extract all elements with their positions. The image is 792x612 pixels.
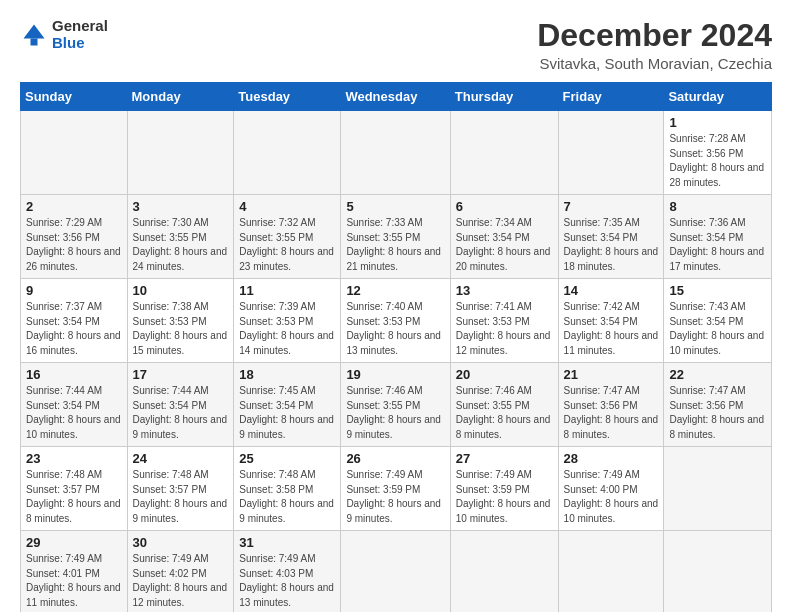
day-number: 25 [239,451,335,466]
day-number: 11 [239,283,335,298]
calendar-day-cell: 29Sunrise: 7:49 AMSunset: 4:01 PMDayligh… [21,531,128,612]
calendar-day-header: Thursday [450,83,558,111]
calendar-day-cell: 24Sunrise: 7:48 AMSunset: 3:57 PMDayligh… [127,447,234,531]
calendar-day-cell: 20Sunrise: 7:46 AMSunset: 3:55 PMDayligh… [450,363,558,447]
calendar-day-cell: 25Sunrise: 7:48 AMSunset: 3:58 PMDayligh… [234,447,341,531]
calendar-day-cell [664,531,772,612]
day-info: Sunrise: 7:33 AMSunset: 3:55 PMDaylight:… [346,216,444,274]
day-info: Sunrise: 7:47 AMSunset: 3:56 PMDaylight:… [564,384,659,442]
day-info: Sunrise: 7:49 AMSunset: 4:00 PMDaylight:… [564,468,659,526]
calendar-week-row: 23Sunrise: 7:48 AMSunset: 3:57 PMDayligh… [21,447,772,531]
day-info: Sunrise: 7:35 AMSunset: 3:54 PMDaylight:… [564,216,659,274]
day-number: 4 [239,199,335,214]
calendar-day-cell: 23Sunrise: 7:48 AMSunset: 3:57 PMDayligh… [21,447,128,531]
day-info: Sunrise: 7:28 AMSunset: 3:56 PMDaylight:… [669,132,766,190]
day-info: Sunrise: 7:49 AMSunset: 4:03 PMDaylight:… [239,552,335,610]
calendar-day-cell: 12Sunrise: 7:40 AMSunset: 3:53 PMDayligh… [341,279,450,363]
day-info: Sunrise: 7:42 AMSunset: 3:54 PMDaylight:… [564,300,659,358]
day-info: Sunrise: 7:29 AMSunset: 3:56 PMDaylight:… [26,216,122,274]
day-number: 23 [26,451,122,466]
calendar-day-cell: 1Sunrise: 7:28 AMSunset: 3:56 PMDaylight… [664,111,772,195]
calendar-day-cell: 28Sunrise: 7:49 AMSunset: 4:00 PMDayligh… [558,447,664,531]
svg-marker-0 [24,24,45,38]
day-info: Sunrise: 7:37 AMSunset: 3:54 PMDaylight:… [26,300,122,358]
calendar-table: SundayMondayTuesdayWednesdayThursdayFrid… [20,82,772,612]
calendar-week-row: 29Sunrise: 7:49 AMSunset: 4:01 PMDayligh… [21,531,772,612]
calendar-day-cell [558,111,664,195]
calendar-day-cell: 5Sunrise: 7:33 AMSunset: 3:55 PMDaylight… [341,195,450,279]
subtitle: Svitavka, South Moravian, Czechia [537,55,772,72]
day-info: Sunrise: 7:39 AMSunset: 3:53 PMDaylight:… [239,300,335,358]
day-info: Sunrise: 7:49 AMSunset: 3:59 PMDaylight:… [456,468,553,526]
calendar-day-cell: 11Sunrise: 7:39 AMSunset: 3:53 PMDayligh… [234,279,341,363]
day-number: 27 [456,451,553,466]
day-number: 22 [669,367,766,382]
day-number: 20 [456,367,553,382]
calendar-day-cell [21,111,128,195]
day-number: 12 [346,283,444,298]
page: General Blue December 2024 Svitavka, Sou… [0,0,792,612]
day-number: 6 [456,199,553,214]
calendar-day-cell: 19Sunrise: 7:46 AMSunset: 3:55 PMDayligh… [341,363,450,447]
calendar-day-cell: 27Sunrise: 7:49 AMSunset: 3:59 PMDayligh… [450,447,558,531]
day-info: Sunrise: 7:47 AMSunset: 3:56 PMDaylight:… [669,384,766,442]
calendar-week-row: 16Sunrise: 7:44 AMSunset: 3:54 PMDayligh… [21,363,772,447]
calendar-day-cell: 8Sunrise: 7:36 AMSunset: 3:54 PMDaylight… [664,195,772,279]
calendar-day-cell: 7Sunrise: 7:35 AMSunset: 3:54 PMDaylight… [558,195,664,279]
day-number: 3 [133,199,229,214]
calendar-day-header: Friday [558,83,664,111]
calendar-day-header: Monday [127,83,234,111]
main-title: December 2024 [537,18,772,53]
calendar-day-cell: 21Sunrise: 7:47 AMSunset: 3:56 PMDayligh… [558,363,664,447]
day-number: 14 [564,283,659,298]
calendar-day-cell [450,531,558,612]
day-number: 13 [456,283,553,298]
day-info: Sunrise: 7:46 AMSunset: 3:55 PMDaylight:… [346,384,444,442]
calendar-day-cell [450,111,558,195]
calendar-day-cell: 10Sunrise: 7:38 AMSunset: 3:53 PMDayligh… [127,279,234,363]
calendar-day-cell: 6Sunrise: 7:34 AMSunset: 3:54 PMDaylight… [450,195,558,279]
day-info: Sunrise: 7:48 AMSunset: 3:57 PMDaylight:… [133,468,229,526]
calendar-day-cell [341,531,450,612]
svg-rect-1 [31,38,38,45]
day-number: 31 [239,535,335,550]
calendar-day-header: Tuesday [234,83,341,111]
day-number: 16 [26,367,122,382]
calendar-day-cell: 26Sunrise: 7:49 AMSunset: 3:59 PMDayligh… [341,447,450,531]
calendar-day-cell [558,531,664,612]
calendar-day-cell: 18Sunrise: 7:45 AMSunset: 3:54 PMDayligh… [234,363,341,447]
header: General Blue December 2024 Svitavka, Sou… [20,18,772,72]
calendar-day-cell [234,111,341,195]
calendar-day-cell: 13Sunrise: 7:41 AMSunset: 3:53 PMDayligh… [450,279,558,363]
title-block: December 2024 Svitavka, South Moravian, … [537,18,772,72]
calendar-day-cell: 9Sunrise: 7:37 AMSunset: 3:54 PMDaylight… [21,279,128,363]
calendar-day-cell [341,111,450,195]
day-info: Sunrise: 7:46 AMSunset: 3:55 PMDaylight:… [456,384,553,442]
day-info: Sunrise: 7:34 AMSunset: 3:54 PMDaylight:… [456,216,553,274]
day-info: Sunrise: 7:45 AMSunset: 3:54 PMDaylight:… [239,384,335,442]
calendar-day-header: Saturday [664,83,772,111]
calendar-day-cell: 30Sunrise: 7:49 AMSunset: 4:02 PMDayligh… [127,531,234,612]
day-info: Sunrise: 7:49 AMSunset: 4:01 PMDaylight:… [26,552,122,610]
calendar-day-cell: 31Sunrise: 7:49 AMSunset: 4:03 PMDayligh… [234,531,341,612]
day-number: 26 [346,451,444,466]
day-info: Sunrise: 7:30 AMSunset: 3:55 PMDaylight:… [133,216,229,274]
day-number: 18 [239,367,335,382]
day-number: 8 [669,199,766,214]
day-number: 7 [564,199,659,214]
day-info: Sunrise: 7:44 AMSunset: 3:54 PMDaylight:… [133,384,229,442]
logo-icon [20,21,48,49]
day-info: Sunrise: 7:49 AMSunset: 3:59 PMDaylight:… [346,468,444,526]
day-info: Sunrise: 7:36 AMSunset: 3:54 PMDaylight:… [669,216,766,274]
day-number: 5 [346,199,444,214]
day-number: 17 [133,367,229,382]
day-number: 1 [669,115,766,130]
calendar-week-row: 2Sunrise: 7:29 AMSunset: 3:56 PMDaylight… [21,195,772,279]
calendar-header-row: SundayMondayTuesdayWednesdayThursdayFrid… [21,83,772,111]
day-number: 29 [26,535,122,550]
calendar-day-cell: 15Sunrise: 7:43 AMSunset: 3:54 PMDayligh… [664,279,772,363]
calendar-day-cell: 3Sunrise: 7:30 AMSunset: 3:55 PMDaylight… [127,195,234,279]
day-number: 30 [133,535,229,550]
day-number: 9 [26,283,122,298]
day-info: Sunrise: 7:38 AMSunset: 3:53 PMDaylight:… [133,300,229,358]
